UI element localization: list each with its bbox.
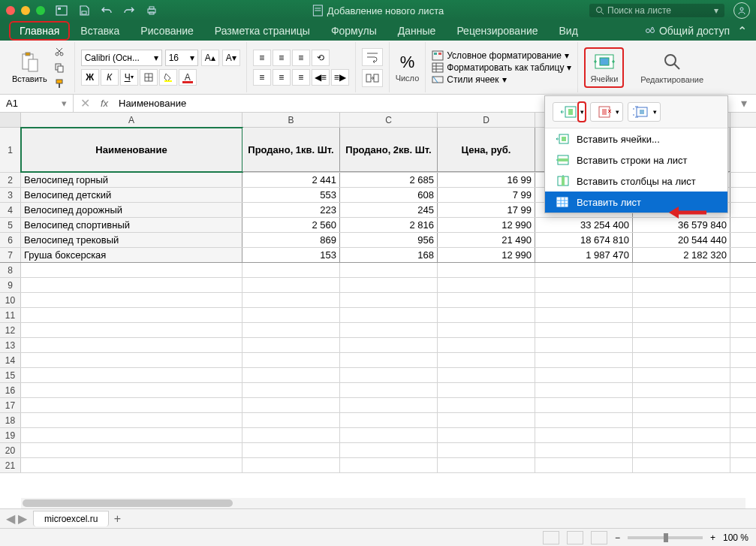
delete-cells-toolbar-button[interactable]: ▾ (590, 102, 623, 122)
row-header[interactable]: 11 (0, 308, 21, 322)
cell[interactable] (535, 368, 633, 382)
row-header[interactable]: 8 (0, 263, 21, 277)
format-painter-icon[interactable] (50, 77, 68, 90)
tab-review[interactable]: Рецензирование (446, 21, 548, 41)
cell[interactable] (340, 428, 438, 442)
cell[interactable] (242, 278, 340, 292)
cell[interactable] (242, 353, 340, 367)
cell[interactable] (242, 368, 340, 382)
menu-insert-rows[interactable]: Вставить строки на лист (545, 149, 727, 170)
cell[interactable] (340, 308, 438, 322)
cell[interactable] (21, 278, 242, 292)
collapse-ribbon-icon[interactable]: ⌃ (737, 24, 747, 38)
zoom-slider[interactable] (628, 536, 703, 539)
cell[interactable]: Велосипед спортивный (21, 218, 242, 232)
cell[interactable] (438, 443, 535, 457)
cell[interactable] (633, 293, 730, 307)
cell[interactable] (21, 458, 242, 472)
undo-icon[interactable] (99, 3, 114, 18)
cell[interactable] (633, 413, 730, 427)
print-icon[interactable] (144, 3, 159, 18)
fx-icon[interactable]: fx (96, 98, 113, 109)
row-header[interactable]: 1 (0, 128, 21, 172)
cell[interactable] (535, 428, 633, 442)
cell[interactable]: 869 (242, 233, 340, 247)
row-header[interactable]: 14 (0, 353, 21, 367)
font-color-button[interactable]: A (179, 69, 197, 86)
cell[interactable] (340, 368, 438, 382)
tab-layout[interactable]: Разметка страницы (204, 21, 321, 41)
normal-view-icon[interactable] (543, 531, 559, 544)
cell[interactable]: 956 (340, 233, 438, 247)
expand-formula-icon[interactable]: ▾ (741, 96, 756, 110)
cell[interactable] (633, 263, 730, 277)
cell[interactable] (340, 293, 438, 307)
cell[interactable] (535, 353, 633, 367)
cell[interactable]: 36 579 840 (633, 218, 730, 232)
cell[interactable] (21, 263, 242, 277)
redo-icon[interactable] (122, 3, 137, 18)
row-header[interactable]: 7 (0, 248, 21, 262)
cell[interactable] (438, 413, 535, 427)
cell[interactable] (633, 338, 730, 352)
insert-cells-toolbar-button[interactable]: ▾ (553, 102, 586, 122)
cell[interactable] (21, 353, 242, 367)
cell[interactable] (242, 413, 340, 427)
column-header[interactable]: A (21, 113, 242, 127)
scrollbar-thumb[interactable] (23, 499, 233, 507)
cell[interactable] (535, 263, 633, 277)
cell[interactable] (21, 398, 242, 412)
cell[interactable] (633, 278, 730, 292)
cancel-formula-icon[interactable]: ✕ (74, 96, 96, 110)
cell[interactable] (633, 398, 730, 412)
cell[interactable] (21, 308, 242, 322)
cell[interactable] (21, 428, 242, 442)
cell[interactable]: 12 990 (438, 248, 535, 262)
row-header[interactable]: 13 (0, 338, 21, 352)
cell[interactable]: 7 99 (438, 188, 535, 202)
cell[interactable]: 1 987 470 (535, 248, 633, 262)
cell[interactable] (438, 263, 535, 277)
font-name-combo[interactable]: Calibri (Осн...▾ (81, 50, 162, 66)
cell[interactable] (535, 278, 633, 292)
cell[interactable]: 2 182 320 (633, 248, 730, 262)
indent-increase-icon[interactable]: ≡▶ (331, 69, 349, 86)
add-sheet-button[interactable]: + (109, 511, 125, 527)
cell[interactable]: Велосипед горный (21, 173, 242, 187)
align-center-icon[interactable]: ≡ (273, 69, 291, 86)
underline-button[interactable]: Ч▾ (120, 69, 138, 86)
cell[interactable] (340, 278, 438, 292)
cell[interactable] (438, 323, 535, 337)
cell[interactable] (340, 338, 438, 352)
cell[interactable] (438, 308, 535, 322)
column-header[interactable]: D (438, 113, 535, 127)
horizontal-scrollbar[interactable] (21, 498, 745, 508)
merge-cells-icon[interactable] (362, 69, 383, 87)
cells-button[interactable]: Ячейки (584, 47, 624, 88)
cell[interactable]: Груша боксерская (21, 248, 242, 262)
row-header[interactable]: 5 (0, 218, 21, 232)
row-header[interactable]: 2 (0, 173, 21, 187)
tab-home[interactable]: Главная (9, 21, 70, 41)
cell[interactable] (21, 368, 242, 382)
cell-styles-button[interactable]: Стили ячеек ▾ (432, 74, 571, 86)
sheet-nav-next-icon[interactable]: ▶ (18, 511, 27, 526)
font-size-combo[interactable]: 16▾ (165, 50, 198, 66)
page-layout-view-icon[interactable] (567, 531, 583, 544)
cell[interactable] (340, 263, 438, 277)
cell[interactable] (21, 293, 242, 307)
cell[interactable]: Велосипед трековый (21, 233, 242, 247)
cell[interactable] (535, 323, 633, 337)
cell[interactable]: 168 (340, 248, 438, 262)
cell[interactable] (340, 323, 438, 337)
cell[interactable] (633, 323, 730, 337)
minimize-window-icon[interactable] (21, 6, 30, 15)
cell[interactable]: Наименование (21, 128, 242, 172)
cell[interactable] (438, 293, 535, 307)
cell[interactable] (438, 383, 535, 397)
menu-insert-sheet[interactable]: Вставить лист (545, 192, 727, 213)
indent-decrease-icon[interactable]: ◀≡ (312, 69, 330, 86)
cell[interactable] (242, 263, 340, 277)
page-break-view-icon[interactable] (591, 531, 607, 544)
sheet-nav-prev-icon[interactable]: ◀ (6, 511, 15, 526)
